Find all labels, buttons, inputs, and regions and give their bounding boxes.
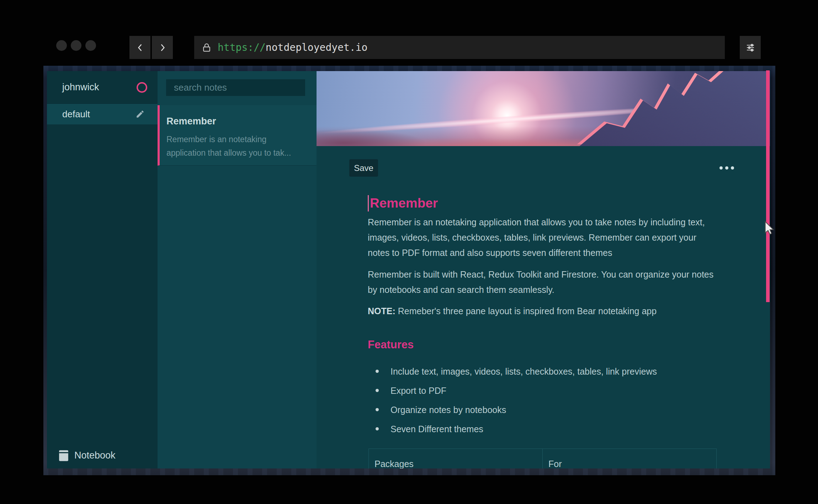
table-header-cell: For (543, 449, 717, 469)
url-host: notdeployedyet.io (266, 42, 368, 53)
user-row: johnwick (47, 71, 158, 104)
forward-button[interactable] (152, 36, 173, 59)
app-window: johnwick default Notebook Remember R (47, 71, 770, 468)
feature-item: Export to PDF (368, 383, 657, 398)
table-header-cell: Packages (369, 449, 543, 469)
window-dot-icon[interactable] (71, 40, 81, 51)
note-title-heading: Remember (368, 195, 438, 211)
feature-item: Seven Different themes (368, 422, 657, 436)
browser-menu-button[interactable] (740, 36, 761, 59)
screen: https://notdeployedyet.io johnwick defau… (0, 0, 818, 504)
features-heading: Features (368, 338, 414, 351)
search-input[interactable] (166, 79, 305, 96)
editor-pane: Save Remember Remember is an notetaking … (317, 71, 770, 468)
back-button[interactable] (129, 36, 150, 59)
notebook-icon (59, 450, 69, 462)
window-controls (56, 40, 96, 51)
sidebar: johnwick default Notebook (47, 71, 158, 468)
features-list: Include text, images, videos, lists, che… (368, 364, 657, 441)
window-dot-icon[interactable] (56, 40, 67, 51)
note-list-item[interactable]: Remember Remember is an notetaking appli… (158, 105, 317, 166)
save-button[interactable]: Save (349, 159, 378, 177)
window-dot-icon[interactable] (85, 40, 96, 51)
more-options-icon[interactable] (719, 166, 734, 170)
feature-item: Organize notes by notebooks (368, 402, 657, 417)
packages-table: Packages For (368, 449, 717, 468)
chevron-right-icon (158, 43, 167, 52)
lock-icon (201, 42, 212, 53)
note-paragraph: Remember is built with React, Redux Tool… (368, 267, 721, 297)
notes-list-pane: Remember Remember is an notetaking appli… (158, 71, 317, 468)
address-bar[interactable]: https://notdeployedyet.io (194, 36, 725, 59)
url-scheme: https:// (218, 42, 266, 53)
chevron-left-icon (136, 43, 145, 52)
table-header-row: Packages For (369, 449, 717, 469)
avatar-ring-icon[interactable] (137, 82, 147, 93)
sidebar-item-default-notebook[interactable]: default (47, 104, 158, 124)
notebook-name: default (62, 109, 90, 120)
pencil-icon[interactable] (136, 109, 145, 119)
mouse-cursor-icon (764, 221, 777, 237)
feature-item: Include text, images, videos, lists, che… (368, 364, 657, 379)
note-item-preview: Remember is an notetaking application th… (166, 133, 302, 160)
notebook-footer-label: Notebook (74, 450, 116, 461)
add-notebook-button[interactable]: Notebook (47, 443, 158, 468)
text-cursor (368, 195, 369, 211)
username: johnwick (62, 82, 99, 93)
scrollbar-thumb[interactable] (766, 70, 770, 302)
note-cover-image (317, 71, 770, 146)
note-callout-label: NOTE: (368, 306, 395, 316)
note-paragraph: Remember is an notetaking application th… (368, 215, 721, 261)
sliders-icon (745, 42, 756, 53)
note-callout: NOTE: Remeber's three pane layout is ins… (368, 306, 721, 316)
note-item-title: Remember (166, 116, 309, 127)
